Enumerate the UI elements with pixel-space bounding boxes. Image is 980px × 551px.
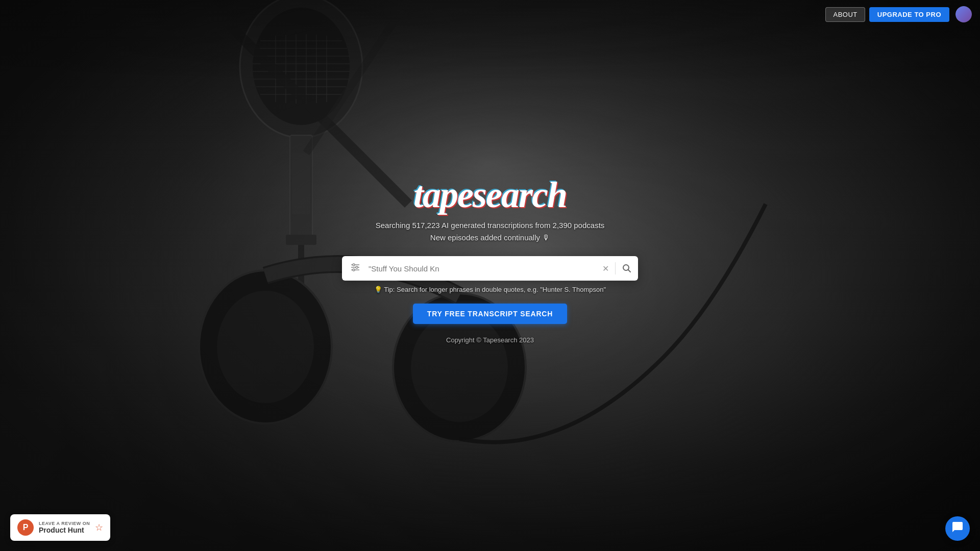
chat-button[interactable]: [945, 516, 970, 541]
subtitle: Searching 517,223 AI generated transcrip…: [376, 219, 605, 244]
clear-icon[interactable]: ✕: [598, 262, 613, 276]
product-hunt-label: LEAVE A REVIEW ON: [39, 521, 90, 526]
logo-container: tapesearch: [413, 177, 567, 213]
product-hunt-name: Product Hunt: [39, 526, 90, 535]
product-hunt-text: LEAVE A REVIEW ON Product Hunt: [39, 521, 90, 535]
product-hunt-logo: P: [17, 519, 34, 536]
cta-button[interactable]: TRY FREE TRANSCRIPT SEARCH: [413, 304, 567, 324]
copyright-text: Copyright © Tapesearch 2023: [446, 336, 534, 344]
upgrade-button[interactable]: UPGRADE TO PRO: [869, 7, 949, 22]
star-icon: ☆: [95, 522, 103, 533]
chat-icon: [951, 521, 964, 536]
avatar-image: [955, 6, 972, 22]
svg-point-36: [353, 269, 355, 271]
subtitle-line1: Searching 517,223 AI generated transcrip…: [376, 219, 605, 232]
avatar[interactable]: [955, 6, 972, 22]
svg-line-38: [628, 270, 631, 272]
main-content: tapesearch Searching 517,223 AI generate…: [0, 0, 980, 551]
tip-text: 💡 Tip: Search for longer phrases in doub…: [374, 286, 606, 293]
search-divider: [615, 262, 616, 274]
search-button[interactable]: [618, 261, 636, 276]
top-nav: ABOUT UPGRADE TO PRO: [817, 0, 980, 29]
product-hunt-badge[interactable]: P LEAVE A REVIEW ON Product Hunt ☆: [10, 514, 110, 541]
search-container: ✕: [342, 256, 638, 281]
svg-point-34: [353, 264, 355, 266]
site-logo: tapesearch: [413, 174, 567, 215]
filter-icon[interactable]: [348, 260, 364, 277]
search-input[interactable]: [364, 264, 598, 273]
about-button[interactable]: ABOUT: [825, 7, 865, 22]
svg-point-35: [356, 266, 358, 268]
subtitle-line2: New episodes added continually 🎙: [376, 232, 605, 244]
